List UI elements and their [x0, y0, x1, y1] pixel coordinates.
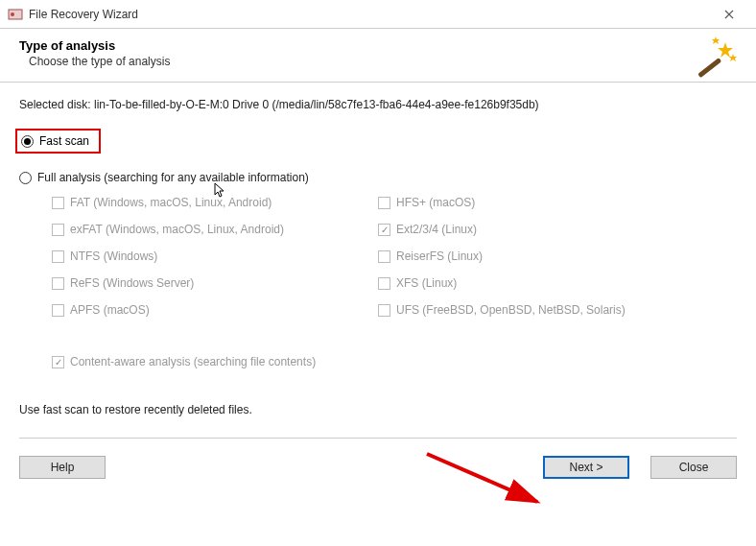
- checkbox-icon: [52, 277, 64, 290]
- fs-label: ReFS (Windows Server): [70, 276, 194, 290]
- next-button-label: Next >: [569, 461, 602, 474]
- checkbox-icon: [378, 197, 390, 209]
- fs-label: NTFS (Windows): [70, 249, 157, 263]
- window-title: File Recovery Wizard: [29, 8, 710, 21]
- close-button[interactable]: Close: [650, 456, 737, 479]
- close-button-label: Close: [679, 461, 709, 474]
- svg-marker-4: [729, 54, 737, 61]
- svg-point-1: [11, 12, 14, 16]
- checkbox-icon: [378, 277, 390, 290]
- svg-marker-3: [718, 42, 733, 58]
- fs-label: UFS (FreeBSD, OpenBSD, NetBSD, Solaris): [396, 303, 626, 317]
- selected-disk-label: Selected disk: lin-To-be-filled-by-O-E-M…: [19, 98, 737, 111]
- full-analysis-radio[interactable]: [19, 172, 32, 184]
- title-bar: File Recovery Wizard: [0, 0, 756, 29]
- help-button[interactable]: Help: [19, 456, 106, 479]
- checkbox-icon: [378, 304, 390, 317]
- wizard-header: Type of analysis Choose the type of anal…: [0, 29, 756, 83]
- fs-label: exFAT (Windows, macOS, Linux, Android): [70, 223, 284, 236]
- app-icon: [8, 7, 23, 22]
- fs-item: FAT (Windows, macOS, Linux, Android): [52, 196, 378, 209]
- fs-label: ReiserFS (Linux): [396, 249, 483, 263]
- fast-scan-option-highlight: Fast scan: [15, 129, 101, 154]
- fs-item: HFS+ (macOS): [378, 196, 685, 209]
- wizard-content: Selected disk: lin-To-be-filled-by-O-E-M…: [0, 83, 756, 446]
- fs-item: UFS (FreeBSD, OpenBSD, NetBSD, Solaris): [378, 303, 685, 317]
- window-close-button[interactable]: [710, 1, 748, 28]
- fs-item: Ext2/3/4 (Linux): [378, 223, 685, 236]
- fast-scan-radio[interactable]: [21, 135, 34, 148]
- page-title: Type of analysis: [19, 38, 737, 53]
- checkbox-icon: [52, 356, 64, 368]
- checkbox-icon: [378, 250, 390, 263]
- footer-separator: [19, 438, 737, 439]
- content-aware-label: Content-aware analysis (searching file c…: [70, 355, 316, 368]
- fs-item: ReFS (Windows Server): [52, 276, 378, 290]
- fs-label: HFS+ (macOS): [396, 196, 475, 209]
- fs-item: APFS (macOS): [52, 303, 378, 317]
- content-aware-option: Content-aware analysis (searching file c…: [52, 355, 737, 368]
- help-button-label: Help: [51, 461, 75, 474]
- hint-text: Use fast scan to restore recently delete…: [19, 403, 737, 416]
- checkbox-icon: [52, 197, 64, 209]
- full-analysis-option: Full analysis (searching for any availab…: [19, 171, 737, 184]
- next-button[interactable]: Next >: [543, 456, 629, 479]
- svg-marker-5: [712, 36, 720, 44]
- page-subtitle: Choose the type of analysis: [29, 55, 737, 68]
- checkbox-icon: [52, 250, 64, 263]
- fs-label: APFS (macOS): [70, 303, 150, 317]
- fs-item: ReiserFS (Linux): [378, 249, 685, 263]
- fast-scan-label[interactable]: Fast scan: [39, 134, 89, 148]
- checkbox-icon: [52, 224, 64, 236]
- wizard-footer: Help Next > Close: [0, 446, 756, 492]
- fs-item: NTFS (Windows): [52, 249, 378, 263]
- checkbox-icon: [52, 304, 64, 317]
- fs-label: FAT (Windows, macOS, Linux, Android): [70, 196, 272, 209]
- filesystem-grid: FAT (Windows, macOS, Linux, Android) HFS…: [52, 196, 737, 317]
- fs-item: exFAT (Windows, macOS, Linux, Android): [52, 223, 378, 236]
- fs-label: XFS (Linux): [396, 276, 457, 290]
- wizard-wand-icon: [691, 35, 739, 83]
- fs-label: Ext2/3/4 (Linux): [396, 223, 477, 236]
- svg-rect-2: [697, 58, 721, 78]
- fs-item: XFS (Linux): [378, 276, 685, 290]
- full-analysis-label[interactable]: Full analysis (searching for any availab…: [37, 171, 309, 184]
- checkbox-icon: [378, 224, 390, 236]
